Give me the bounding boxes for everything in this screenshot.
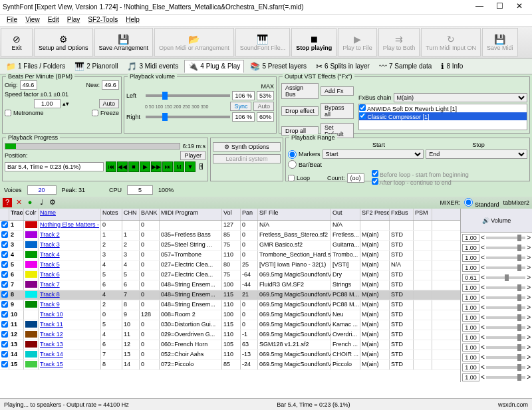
bypass-all-button[interactable]: Bypass all [321, 103, 354, 119]
track-checkbox[interactable] [1, 331, 8, 338]
tab-8-info[interactable]: ℹ8 Info [438, 60, 466, 72]
mixer-left-icon[interactable]: < [481, 304, 485, 311]
mixer-left-icon[interactable]: < [481, 324, 485, 331]
track-checkbox[interactable] [1, 231, 8, 238]
more-button[interactable]: ▼ [185, 161, 196, 172]
mixer-right-icon[interactable]: > [527, 344, 531, 351]
mixer-slider[interactable] [486, 296, 525, 299]
mixer-right-icon[interactable]: > [527, 373, 531, 381]
color-swatch[interactable] [25, 321, 37, 328]
tool-config-icon[interactable]: ⚙ [48, 198, 57, 207]
mixer-slider[interactable] [486, 366, 525, 369]
mixer-left-icon[interactable]: < [481, 373, 485, 381]
track-checkbox[interactable] [1, 291, 8, 298]
synth-options-button[interactable]: ⚙ Synth Options [213, 142, 281, 152]
mixer-left-icon[interactable]: < [481, 234, 485, 241]
track-checkbox[interactable] [1, 311, 8, 318]
table-row[interactable]: 1Nothing Else Matters - 001270N/AN/A [0, 221, 460, 231]
track-checkbox[interactable] [1, 251, 8, 258]
tab-6-splits-in-layer[interactable]: ✂6 Splits in layer [313, 60, 373, 72]
table-row[interactable]: 10Track 1009128008=Room 21000069.5mg Mag… [0, 310, 460, 320]
markers-radio[interactable] [288, 150, 297, 159]
tab-5-preset-layers[interactable]: 📚5 Preset layers [247, 60, 310, 72]
track-checkbox[interactable] [1, 301, 8, 308]
track-checkbox[interactable] [1, 341, 8, 348]
menu-help[interactable]: Help [122, 15, 144, 26]
toolbar-stop-playing[interactable]: ⏹Stop playing [291, 28, 336, 56]
mixer-left-icon[interactable]: < [481, 284, 485, 291]
mixer-value[interactable]: 1.00 [462, 314, 479, 322]
track-checkbox[interactable] [1, 241, 8, 248]
vol-right-slider[interactable] [146, 116, 230, 118]
back-button[interactable]: ◀◀ [117, 161, 128, 172]
before-loop-checkbox[interactable] [372, 170, 378, 177]
mixer-value[interactable]: 1.00 [462, 284, 479, 292]
count-value[interactable]: (oo) [347, 173, 364, 183]
toolbar-exit[interactable]: ⊘Exit [1, 28, 33, 56]
mixer-value[interactable]: 1.00 [462, 324, 479, 332]
mixer-std-radio[interactable] [464, 198, 473, 207]
table-row[interactable]: 14Track 147130052=Choir Aahs110-13069.5m… [0, 350, 460, 360]
mixer-right-icon[interactable]: > [527, 314, 531, 321]
mixer-slider[interactable] [486, 376, 525, 379]
sync-button[interactable]: Sync [230, 102, 251, 111]
progress-bar[interactable] [5, 143, 180, 150]
mixer-slider[interactable] [486, 306, 525, 309]
mixer-slider[interactable] [486, 336, 525, 339]
stop-button[interactable]: ■ [128, 161, 139, 172]
mixer-right-icon[interactable]: > [527, 244, 531, 251]
mixer-right-icon[interactable]: > [527, 304, 531, 311]
vol-auto-button[interactable]: Auto [253, 102, 274, 111]
start-select[interactable]: Start [323, 150, 424, 159]
bpm-new-value[interactable]: 49.6 [102, 80, 119, 90]
tab-3-midi-events[interactable]: 🎵3 Midi events [124, 60, 182, 72]
fxbus-chain-select[interactable]: M(ain) [394, 93, 527, 102]
mixer-value[interactable]: 1.00 [462, 363, 479, 371]
minimize-button[interactable]: — [469, 1, 489, 13]
toolbar-setup-and-options[interactable]: ⚙Setup and Options [34, 28, 93, 56]
color-swatch[interactable] [25, 301, 37, 308]
barbeat-radio[interactable] [288, 160, 297, 169]
col-header[interactable]: Notes [101, 209, 122, 220]
after-loop-checkbox[interactable] [372, 178, 378, 185]
table-row[interactable]: 12Track 124110029=Overdriven G...110-106… [0, 330, 460, 340]
color-swatch[interactable] [25, 351, 37, 358]
mixer-right-icon[interactable]: > [527, 324, 531, 331]
table-row[interactable]: 9Track 9280048=String Ensem...1100069.5m… [0, 300, 460, 310]
color-swatch[interactable] [25, 281, 37, 288]
add-fx-button[interactable]: Add Fx [321, 86, 354, 96]
bpm-auto-button[interactable]: Auto [99, 99, 120, 108]
tab-4-plug-play[interactable]: 🔌4 Plug & Play [184, 60, 244, 73]
col-header[interactable]: FxBus [390, 209, 414, 220]
mixer-slider[interactable] [486, 316, 525, 319]
mixer-right-icon[interactable]: > [527, 264, 531, 271]
track-checkbox[interactable] [1, 351, 8, 358]
mixer-left-icon[interactable]: < [481, 254, 485, 261]
freeze-checkbox[interactable] [92, 110, 98, 116]
mixer-right-icon[interactable]: > [527, 254, 531, 261]
col-header[interactable]: Track [9, 209, 24, 220]
mixer-slider[interactable] [486, 326, 525, 329]
tab-2-pianoroll[interactable]: 🎹2 Pianoroll [71, 60, 121, 72]
color-swatch[interactable] [25, 341, 37, 348]
menu-view[interactable]: View [21, 15, 44, 26]
mixer-left-icon[interactable]: < [481, 294, 485, 301]
col-header[interactable] [0, 209, 9, 220]
loop-checkbox[interactable] [288, 175, 295, 181]
table-row[interactable]: 7Track 7660048=String Ensem...100-44Flui… [0, 280, 460, 290]
mixer-value[interactable]: 1.00 [462, 334, 479, 342]
speed-factor-value[interactable]: 1.00 [34, 99, 61, 108]
end-select[interactable]: End [426, 150, 527, 159]
table-row[interactable]: 3Track 3220025=Steel String ...750GMR Ba… [0, 241, 460, 251]
mixer-value[interactable]: 1.00 [462, 373, 479, 381]
col-header[interactable]: BANK [140, 209, 160, 220]
mixer-slider[interactable] [486, 286, 525, 289]
col-header[interactable]: SF2 Prese [360, 209, 390, 220]
menu-edit[interactable]: Edit [44, 15, 63, 26]
extra-icon[interactable]: 🎚 [198, 162, 205, 171]
track-checkbox[interactable] [1, 221, 8, 228]
col-header[interactable]: CHN [122, 209, 140, 220]
mixer-slider[interactable] [486, 346, 525, 349]
track-checkbox[interactable] [1, 361, 8, 367]
mixer-value[interactable]: 1.00 [462, 304, 479, 312]
